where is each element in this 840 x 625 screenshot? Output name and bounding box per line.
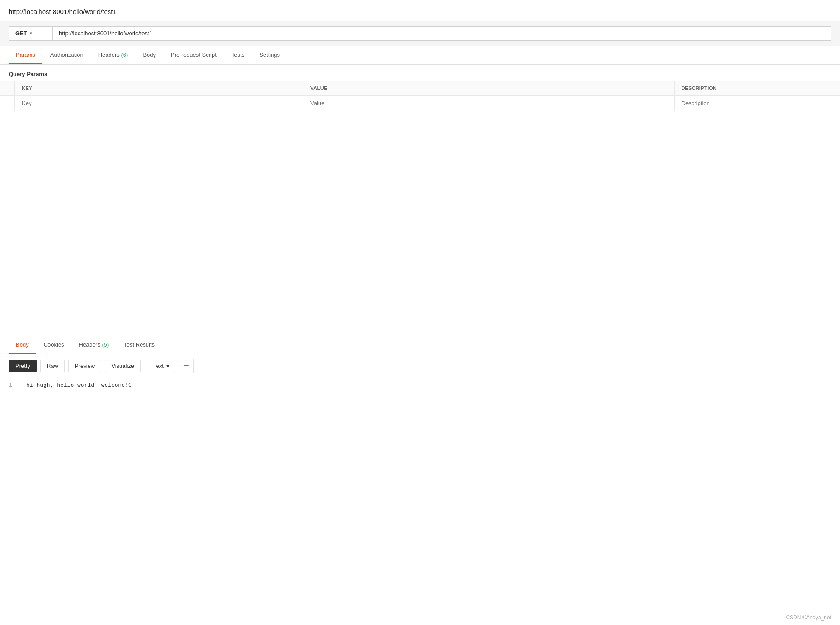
main-content: http://localhost:8001/hello/world/test1 … [0, 0, 840, 625]
desc-col-header: DESCRIPTION [674, 81, 840, 96]
row-checkbox-cell [0, 96, 15, 111]
page-title: http://localhost:8001/hello/world/test1 [0, 0, 840, 21]
visualize-button[interactable]: Visualize [105, 360, 141, 372]
tab-params[interactable]: Params [9, 46, 42, 64]
headers-badge: (6) [121, 52, 128, 58]
query-params-label: Query Params [0, 65, 840, 81]
chevron-down-icon: ▾ [166, 363, 169, 369]
chevron-down-icon: ▾ [30, 31, 32, 36]
value-input[interactable] [310, 100, 667, 106]
format-label: Text [153, 363, 164, 369]
tab-settings[interactable]: Settings [252, 46, 287, 64]
response-section: Body Cookies Headers (5) Test Results Pr… [0, 336, 840, 625]
url-input[interactable] [52, 26, 831, 41]
tab-tests[interactable]: Tests [224, 46, 251, 64]
format-select[interactable]: Text ▾ [148, 360, 175, 372]
response-tabs: Body Cookies Headers (5) Test Results [0, 336, 840, 354]
response-headers-badge: (5) [102, 341, 109, 348]
raw-button[interactable]: Raw [40, 360, 65, 372]
response-body: 1 hi hugh, hello world! welcome!0 [0, 378, 840, 393]
key-cell[interactable] [15, 96, 303, 111]
response-tab-cookies[interactable]: Cookies [37, 336, 71, 354]
table-row [0, 96, 840, 111]
key-col-header: KEY [15, 81, 303, 96]
wrap-icon: ≣ [183, 362, 189, 370]
response-tab-headers[interactable]: Headers (5) [72, 336, 116, 354]
value-cell[interactable] [303, 96, 674, 111]
tab-body[interactable]: Body [136, 46, 163, 64]
url-bar: GET ▾ [0, 21, 840, 46]
method-label: GET [15, 30, 27, 37]
tab-pre-request-script[interactable]: Pre-request Script [164, 46, 224, 64]
preview-button[interactable]: Preview [68, 360, 101, 372]
request-tabs: Params Authorization Headers (6) Body Pr… [0, 46, 840, 65]
params-table: KEY VALUE DESCRIPTION [0, 81, 840, 111]
wrap-button[interactable]: ≣ [179, 359, 194, 373]
method-select[interactable]: GET ▾ [9, 26, 52, 41]
watermark: CSDN ©Andya_net [786, 615, 831, 621]
pretty-button[interactable]: Pretty [9, 360, 37, 372]
desc-cell[interactable] [674, 96, 840, 111]
response-toolbar: Pretty Raw Preview Visualize Text ▾ ≣ [0, 354, 840, 378]
tab-headers[interactable]: Headers (6) [91, 46, 135, 64]
value-col-header: VALUE [303, 81, 674, 96]
line-number: 1 [9, 382, 12, 388]
response-tab-body[interactable]: Body [9, 336, 36, 354]
tab-authorization[interactable]: Authorization [43, 46, 90, 64]
key-input[interactable] [22, 100, 296, 106]
checkbox-col-header [0, 81, 15, 96]
response-line-content: hi hugh, hello world! welcome!0 [26, 382, 132, 388]
desc-input[interactable] [682, 100, 833, 106]
response-tab-test-results[interactable]: Test Results [117, 336, 162, 354]
